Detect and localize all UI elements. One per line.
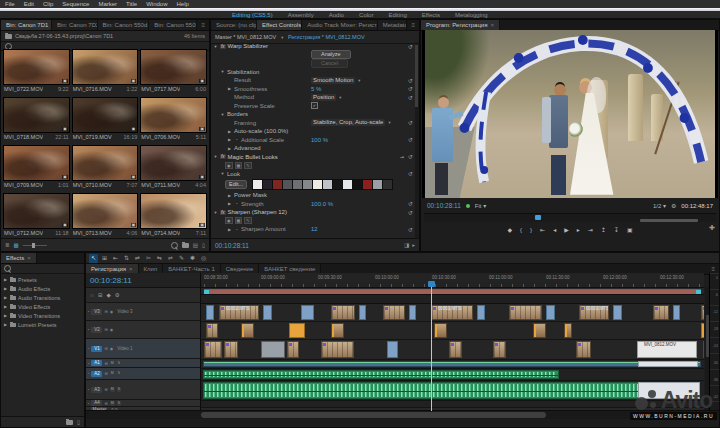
source-patch-icon[interactable]: ⊟ bbox=[104, 346, 107, 351]
workspace-tab[interactable]: Effects bbox=[422, 12, 440, 18]
timeline-clip[interactable] bbox=[701, 305, 704, 320]
extract-button[interactable]: ↧ bbox=[614, 226, 619, 233]
timeline-timecode[interactable]: 00:10:28:11 bbox=[86, 273, 200, 288]
twirl-icon[interactable]: ▶ bbox=[227, 227, 232, 232]
timeline-clip[interactable] bbox=[576, 341, 591, 358]
twirl-icon[interactable]: ▼ bbox=[213, 210, 218, 215]
effects-category[interactable]: ▶Lumetri Presets bbox=[1, 320, 84, 329]
mute-button[interactable]: M bbox=[110, 387, 115, 392]
work-area-bar[interactable] bbox=[204, 289, 701, 294]
step-back-button[interactable]: ◂ bbox=[553, 226, 556, 233]
track-badge[interactable]: A3 bbox=[91, 387, 102, 393]
twirl-icon[interactable]: ▶ bbox=[227, 129, 232, 134]
timeline-clip[interactable] bbox=[653, 305, 669, 320]
workspace-tab[interactable]: Audio bbox=[329, 12, 344, 18]
reset-icon[interactable]: ↺ bbox=[408, 119, 413, 126]
reset-icon[interactable]: ↺ bbox=[408, 209, 413, 216]
twirl-icon[interactable]: ▶ bbox=[227, 137, 232, 142]
twirl-icon[interactable]: ▼ bbox=[220, 171, 225, 176]
timeline-clip[interactable] bbox=[206, 323, 218, 338]
zoom-tool[interactable]: ◎ bbox=[199, 254, 208, 263]
send-to-renderer-icon[interactable]: ⇥ bbox=[400, 154, 404, 160]
track-badge[interactable]: A1 bbox=[91, 360, 102, 366]
eye-icon[interactable]: ◉ bbox=[110, 309, 114, 314]
timeline-clip[interactable] bbox=[287, 341, 299, 358]
bin-item[interactable]: ▣MVI_0712.MOV11:18 bbox=[3, 193, 70, 239]
scrollbar-thumb[interactable] bbox=[201, 412, 546, 418]
delete-icon[interactable]: ▯ bbox=[77, 419, 80, 425]
bin-item[interactable]: ▣MVI_0713.MOV4:06 bbox=[72, 193, 139, 239]
effect-controls-tab[interactable]: Metadata bbox=[378, 20, 408, 30]
lift-button[interactable]: ↥ bbox=[601, 226, 606, 233]
settings-wrench-icon[interactable]: ⚙ bbox=[671, 202, 676, 209]
effect-controls-tab[interactable]: Audio Track Mixer: Регистрация bbox=[302, 20, 378, 30]
workspace-tab[interactable]: Metalogging bbox=[455, 12, 488, 18]
export-frame-button[interactable]: ▣ bbox=[627, 226, 633, 233]
reset-icon[interactable]: ↺ bbox=[408, 226, 413, 233]
twirl-icon[interactable]: ▼ bbox=[220, 69, 225, 74]
reset-icon[interactable]: ↺ bbox=[408, 94, 413, 101]
go-to-out-button[interactable]: ⇥ bbox=[588, 226, 593, 233]
edit-pen-icon[interactable]: ✎ bbox=[244, 217, 251, 224]
effects-category[interactable]: ▶Video Transitions bbox=[1, 311, 84, 320]
reset-icon[interactable]: ↺ bbox=[408, 43, 413, 50]
bin-item[interactable]: ▣MVI_0718.MOV22:11 bbox=[3, 97, 70, 144]
effects-category[interactable]: ▶Audio Transitions bbox=[1, 293, 84, 302]
look-preset[interactable] bbox=[323, 180, 332, 189]
new-item-icon[interactable]: ▤ bbox=[193, 242, 198, 248]
grid-icon[interactable]: ▦ bbox=[235, 162, 243, 169]
rolling-edit-tool[interactable]: ⇅ bbox=[122, 254, 131, 263]
twirl-icon[interactable]: ▼ bbox=[220, 112, 225, 117]
bin-item[interactable]: ▣MVI_0714.MOV7:11 bbox=[140, 193, 207, 239]
look-preset[interactable] bbox=[333, 180, 342, 189]
effect-controls-scrollbar[interactable] bbox=[415, 42, 419, 239]
track-header-v1[interactable]: ▪V1⊟◉Video 1 bbox=[86, 339, 200, 359]
twirl-icon[interactable]: ▶ bbox=[3, 304, 8, 309]
twirl-icon[interactable]: ▶ bbox=[3, 295, 8, 300]
timeline-clip[interactable]: 00003.MTS bbox=[579, 305, 609, 320]
play-button[interactable]: ▶ bbox=[564, 226, 569, 233]
effect-controls-timecode[interactable]: 00:10:28:11 bbox=[215, 242, 249, 249]
workspace-tab[interactable]: Editing (CS5.5) bbox=[232, 12, 273, 18]
timeline-clip[interactable] bbox=[203, 361, 701, 367]
mute-button[interactable]: M bbox=[110, 401, 115, 406]
lock-icon[interactable]: ▪ bbox=[88, 371, 89, 376]
bin-tab[interactable]: Bin: Canon 550d 2 bbox=[98, 20, 150, 30]
button-editor-icon[interactable]: ✚ bbox=[709, 224, 715, 232]
timeline-clip[interactable] bbox=[206, 305, 214, 320]
source-patch-icon[interactable]: ⊟ bbox=[104, 327, 107, 332]
hand-tool[interactable]: ✱ bbox=[188, 254, 197, 263]
folder-up-icon[interactable] bbox=[5, 34, 12, 39]
grid-icon[interactable]: ▦ bbox=[235, 217, 243, 224]
look-preset[interactable] bbox=[363, 180, 372, 189]
timeline-clip[interactable] bbox=[263, 305, 272, 320]
lock-icon[interactable]: ▪ bbox=[88, 309, 89, 314]
lock-icon[interactable]: ▪ bbox=[88, 401, 89, 406]
zoom-level-dropdown[interactable]: Fit ▾ bbox=[475, 202, 486, 209]
reset-icon[interactable]: ↺ bbox=[408, 77, 413, 84]
look-preset[interactable] bbox=[343, 180, 352, 189]
effects-search-row[interactable] bbox=[1, 264, 84, 274]
menu-item-clip[interactable]: Clip bbox=[43, 1, 53, 8]
preview-icon[interactable]: ◉ bbox=[225, 217, 233, 224]
lock-icon[interactable]: ▪ bbox=[88, 346, 89, 351]
effect-controls-tab[interactable]: Source: (no clips) bbox=[211, 20, 257, 30]
program-tab[interactable]: Program: Регистрация × bbox=[421, 20, 500, 30]
eye-icon[interactable]: ◉ bbox=[110, 346, 114, 351]
snap-icon[interactable]: ∩ bbox=[90, 292, 94, 298]
timeline-clip[interactable] bbox=[701, 323, 704, 338]
timeline-clip[interactable] bbox=[638, 361, 698, 367]
bin-tab[interactable]: Bin: Canon 550D bbox=[149, 20, 197, 30]
source-patch-icon[interactable]: ⊟ bbox=[104, 309, 107, 314]
timeline-clip[interactable] bbox=[673, 305, 680, 320]
timeline-clip[interactable] bbox=[477, 305, 485, 320]
twirl-icon[interactable]: ▶ bbox=[3, 286, 8, 291]
track-header-v2[interactable]: ▪V2⊟◉ bbox=[86, 321, 200, 339]
timeline-horizontal-scrollbar[interactable] bbox=[86, 410, 719, 419]
lock-icon[interactable]: ▪ bbox=[88, 327, 89, 332]
master-clip-label[interactable]: Master * MVI_0812.MOV bbox=[215, 34, 276, 40]
param-value[interactable]: 12 bbox=[311, 226, 318, 232]
effect-controls-tab[interactable]: Effect Controls× bbox=[257, 20, 302, 30]
twirl-icon[interactable]: ▼ bbox=[213, 44, 218, 49]
slip-tool[interactable]: ⇆ bbox=[155, 254, 164, 263]
